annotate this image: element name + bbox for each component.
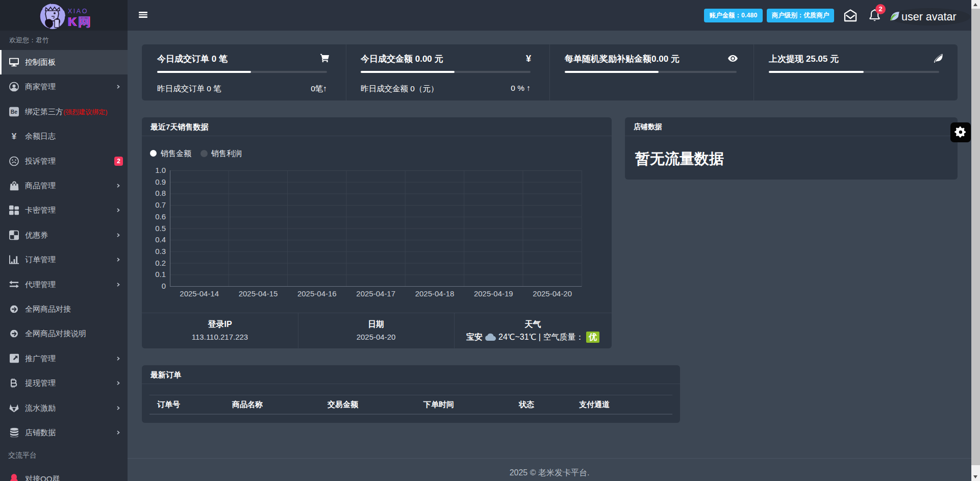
svg-text:2025-04-15: 2025-04-15 [239, 289, 278, 298]
svg-text:0: 0 [162, 282, 166, 290]
svg-text:2025-04-14: 2025-04-14 [180, 289, 219, 298]
svg-text:2025-04-19: 2025-04-19 [474, 289, 513, 298]
svg-text:0.9: 0.9 [155, 178, 166, 186]
svg-text:0.1: 0.1 [155, 270, 166, 279]
svg-text:1.0: 1.0 [155, 166, 166, 174]
svg-text:0.7: 0.7 [155, 200, 166, 209]
svg-text:0.2: 0.2 [155, 259, 166, 267]
svg-text:0.3: 0.3 [155, 247, 166, 256]
svg-text:2025-04-16: 2025-04-16 [297, 289, 337, 298]
svg-text:Be: Be [11, 109, 18, 115]
svg-text:2025-04-18: 2025-04-18 [415, 289, 455, 298]
svg-text:0.5: 0.5 [155, 224, 166, 233]
svg-text:0.8: 0.8 [155, 189, 166, 197]
svg-text:0.6: 0.6 [155, 212, 166, 221]
svg-text:2025-04-17: 2025-04-17 [356, 289, 395, 298]
svg-text:2025-04-20: 2025-04-20 [533, 289, 572, 298]
svg-text:0.4: 0.4 [155, 235, 166, 244]
